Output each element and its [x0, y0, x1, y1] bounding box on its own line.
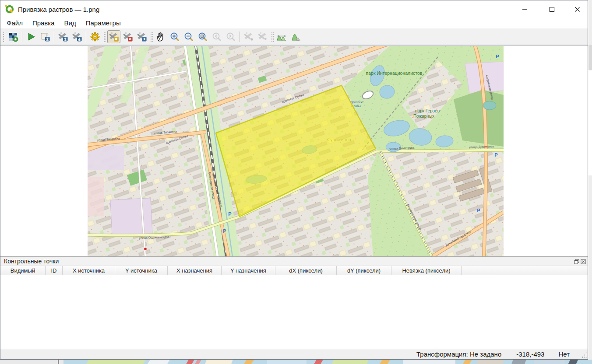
close-panel-button[interactable] [580, 259, 586, 264]
play-icon [26, 32, 36, 42]
start-georeferencing-button[interactable] [25, 30, 38, 43]
toolbar-separator [86, 32, 86, 42]
save-gcp-points-button[interactable] [70, 30, 84, 43]
gcp-save-icon [72, 32, 82, 42]
zoom-out-button[interactable] [182, 30, 195, 43]
menu-options[interactable]: Параметры [81, 18, 126, 28]
transformation-settings-button[interactable] [88, 30, 102, 43]
control-points-table-body[interactable] [0, 275, 588, 349]
link-b-icon [257, 32, 268, 42]
window-title: Привязка растров — 1.png [18, 6, 99, 13]
control-points-table-header[interactable]: ВидимыйIDX источникаY источникаX назначе… [0, 266, 588, 275]
toolbar-grip[interactable] [150, 32, 153, 42]
column-header-dest-x[interactable]: X назначения [168, 266, 222, 275]
gcp-delete-icon [123, 32, 133, 42]
transformation-status: Трансформация: Не задано [416, 350, 501, 358]
parking-marker: P [223, 228, 226, 234]
gcp-move-icon [137, 32, 147, 42]
minimize-button[interactable] [517, 0, 532, 18]
menu-edit[interactable]: Правка [28, 18, 60, 28]
zoom-out-icon [183, 32, 194, 42]
menubar: ФайлПравкаВидПараметры [0, 18, 588, 28]
statusbar: Трансформация: Не задано -318,-493 Нет [0, 349, 588, 359]
parking-marker: P [496, 54, 499, 59]
script-icon [40, 32, 50, 42]
toolbar-separator [54, 32, 54, 42]
column-header-dest-y[interactable]: Y назначения [222, 266, 275, 275]
map-label: парк Героев [415, 108, 440, 113]
georeferencer-window: Привязка растров — 1.png ФайлПравкаВидПа… [0, 0, 588, 360]
hand-icon [155, 32, 166, 42]
histogram-local-icon [290, 32, 301, 42]
map-label: Пожарных [413, 114, 434, 119]
link-qgis-to-georeferencer-button [256, 30, 269, 43]
menu-view[interactable]: Вид [60, 18, 81, 28]
screen: Привязка растров — 1.png ФайлПравкаВидПа… [0, 0, 592, 364]
background-app-right-strip [588, 0, 592, 364]
toolbar [0, 28, 588, 45]
toolbar-separator [240, 32, 240, 42]
histogram-full-icon [276, 32, 287, 42]
column-header-residual[interactable]: Невязка (пиксели) [391, 266, 462, 275]
panel-titlebar: Контрольные точки [0, 257, 588, 266]
column-header-visible[interactable]: Видимый [0, 266, 46, 275]
raster-add-icon [8, 32, 18, 42]
gcp-add-icon [109, 32, 119, 42]
delete-point-button[interactable] [121, 30, 134, 43]
move-point-button[interactable] [135, 30, 148, 43]
background-app-bottom-strip [0, 360, 592, 364]
zoom-in-icon [169, 32, 180, 42]
control-points-panel: Контрольные точки ВидимыйIDX источникаY … [0, 256, 588, 349]
column-header-dx[interactable]: dX (пиксели) [275, 266, 337, 275]
parking-marker: P [477, 208, 480, 213]
column-header-source-x[interactable]: X источника [63, 266, 115, 275]
column-header-id[interactable]: ID [46, 266, 63, 275]
histogram-stretch-full-button[interactable] [275, 30, 288, 43]
map-label: парк Интернационалистов [366, 70, 423, 76]
load-gcp-points-button[interactable] [56, 30, 70, 43]
zoom-next-button [224, 30, 237, 43]
rotation-status: Нет [558, 350, 570, 358]
zoom-in-button[interactable] [168, 30, 181, 43]
parking-marker: P [494, 152, 497, 158]
toolbar-separator [22, 32, 22, 42]
raster-image[interactable]: парк Интернационалистовпарк ГероевПожарн… [88, 46, 504, 256]
generate-gdal-script-button[interactable] [39, 30, 52, 43]
panel-title: Контрольные точки [4, 258, 59, 265]
close-button[interactable] [570, 0, 585, 18]
add-point-button[interactable] [107, 30, 120, 43]
histogram-stretch-local-button[interactable] [289, 30, 302, 43]
titlebar[interactable]: Привязка растров — 1.png [0, 0, 588, 18]
link-georeferencer-to-qgis-button [242, 30, 255, 43]
float-panel-button[interactable] [574, 259, 579, 264]
map-label: Проспект [350, 101, 364, 104]
toolbar-grip[interactable] [271, 32, 274, 42]
parking-marker: P [228, 211, 231, 217]
resize-grip[interactable] [579, 352, 587, 359]
zoom-next-icon [226, 32, 236, 42]
column-header-dy[interactable]: dY (пиксели) [337, 266, 391, 275]
open-raster-button[interactable] [7, 30, 20, 43]
cursor-coordinates: -318,-493 [516, 350, 544, 358]
poi-marker [144, 248, 147, 251]
background-map-strip [63, 360, 592, 364]
gcp-load-icon [58, 32, 68, 42]
maximize-button[interactable] [544, 0, 559, 18]
pan-button[interactable] [154, 30, 167, 43]
zoom-last-icon [211, 32, 222, 42]
toolbar-grip[interactable] [103, 32, 106, 42]
toolbar-grip[interactable] [2, 32, 5, 42]
qgis-logo-icon [5, 4, 14, 14]
column-header-source-y[interactable]: Y источника [115, 266, 168, 275]
column-header-filler [462, 266, 588, 275]
zoom-to-layer-button[interactable] [196, 30, 209, 43]
map-canvas[interactable]: парк Интернационалистовпарк ГероевПожарн… [0, 45, 588, 256]
zoom-layer-icon [197, 32, 208, 42]
gear-icon [90, 32, 100, 42]
menu-file[interactable]: Файл [2, 18, 28, 28]
zoom-last-button [210, 30, 223, 43]
link-a-icon [243, 32, 254, 42]
